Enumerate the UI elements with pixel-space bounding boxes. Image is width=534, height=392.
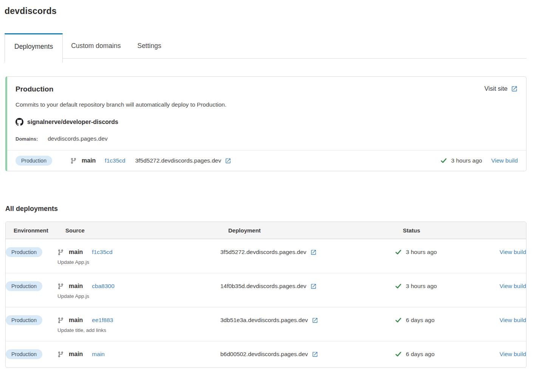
tab-bar: Deployments Custom domains Settings (5, 33, 526, 59)
external-link-icon[interactable] (312, 317, 318, 324)
success-check-icon (395, 283, 402, 290)
commit-link[interactable]: f1c35cd (105, 157, 125, 164)
column-header-status: Status (403, 227, 485, 234)
column-header-source: Source (65, 227, 228, 234)
external-link-icon[interactable] (312, 351, 318, 358)
git-branch-icon (57, 283, 64, 290)
success-check-icon (395, 351, 402, 358)
deployment-time: 3 hours ago (406, 283, 437, 290)
column-header-environment: Environment (14, 227, 65, 234)
deployment-time: 6 days ago (406, 351, 435, 358)
commit-message: Update App.js (57, 293, 220, 299)
github-icon (15, 118, 23, 126)
commit-message: Update App.js (57, 259, 220, 265)
visit-site-link[interactable]: Visit site (484, 85, 518, 92)
success-check-icon (395, 317, 402, 324)
page-title: devdiscords (5, 6, 526, 16)
deployment-url: 3f5d5272.devdiscords.pages.dev (135, 157, 221, 164)
git-branch-icon (70, 158, 77, 164)
tab-settings-label: Settings (137, 42, 161, 50)
branch-name: main (69, 249, 83, 256)
production-card: Production Visit site Commits to your de… (5, 76, 526, 171)
tab-custom-domains-label: Custom domains (71, 42, 121, 50)
deployment-time: 3 hours ago (451, 157, 482, 164)
all-deployments-title: All deployments (5, 205, 526, 213)
deployment-time: 6 days ago (406, 317, 435, 324)
commit-link[interactable]: f1c35cd (92, 249, 112, 256)
branch-name: main (69, 283, 83, 290)
external-link-icon[interactable] (225, 158, 231, 164)
deployment-url: 3db51e3a.devdiscords.pages.dev (220, 317, 308, 324)
success-check-icon (395, 249, 402, 256)
environment-badge: Production (6, 349, 42, 359)
environment-badge: Production (6, 315, 42, 325)
environment-badge: Production (6, 281, 42, 291)
environment-badge: Production (6, 247, 42, 257)
view-build-link[interactable]: View build (500, 283, 526, 290)
view-build-link[interactable]: View build (500, 351, 526, 358)
deployment-time: 3 hours ago (406, 249, 437, 256)
column-header-deployment: Deployment (228, 227, 403, 234)
branch-name: main (69, 317, 83, 324)
tab-deployments-label: Deployments (14, 43, 53, 51)
success-check-icon (440, 157, 447, 164)
deployment-url: b6d00502.devdiscords.pages.dev (220, 351, 308, 358)
external-link-icon[interactable] (310, 283, 317, 290)
table-header: Environment Source Deployment Status (6, 222, 526, 239)
view-build-link[interactable]: View build (500, 317, 526, 324)
production-deployment-row: Production main f1c35cd 3f5d5272.devdisc… (7, 150, 526, 171)
external-link-icon[interactable] (310, 249, 317, 256)
tab-settings[interactable]: Settings (129, 33, 169, 59)
commit-link[interactable]: main (92, 351, 105, 358)
table-row: Production main cba8300 Update App.js 14… (6, 273, 526, 307)
table-row: Production main ee1f883 Update title, ad… (6, 307, 526, 341)
external-link-icon (511, 85, 518, 92)
production-description: Commits to your default repository branc… (15, 101, 518, 108)
domains-value: devdiscords.pages.dev (48, 135, 108, 142)
git-branch-icon (57, 317, 64, 324)
tab-deployments[interactable]: Deployments (5, 33, 63, 63)
commit-link[interactable]: cba8300 (92, 283, 114, 290)
commit-link[interactable]: ee1f883 (92, 317, 113, 324)
table-row: Production main f1c35cd Update App.js 3f… (6, 239, 526, 273)
domains-label: Domains: (15, 136, 38, 142)
view-build-link[interactable]: View build (500, 249, 526, 256)
repo-name: signalnerve/developer-discords (27, 119, 118, 126)
tab-custom-domains[interactable]: Custom domains (63, 33, 129, 59)
environment-badge: Production (15, 156, 52, 166)
deployment-url: 14f0b35d.devdiscords.pages.dev (220, 283, 306, 290)
branch-name: main (69, 351, 83, 358)
table-row: Production main main b6d00502.devdiscord… (6, 341, 526, 367)
branch-name: main (82, 157, 96, 164)
production-card-title: Production (15, 85, 53, 93)
deployments-table: Environment Source Deployment Status Pro… (5, 222, 526, 368)
commit-message: Update title, add links (57, 327, 220, 333)
visit-site-label: Visit site (484, 85, 508, 92)
view-build-link[interactable]: View build (491, 157, 518, 164)
deployment-url: 3f5d5272.devdiscords.pages.dev (220, 249, 306, 256)
git-branch-icon (57, 249, 64, 256)
git-branch-icon (57, 351, 64, 358)
